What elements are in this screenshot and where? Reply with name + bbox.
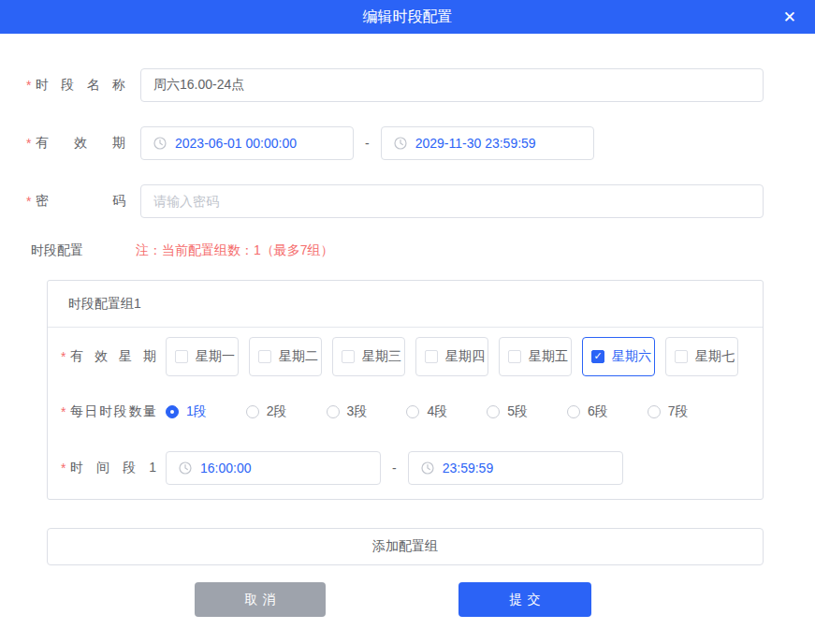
daily-count-radio-3[interactable]: 3段 (327, 403, 368, 420)
name-row: * 时段名称 (26, 68, 764, 102)
validity-label: 有效期 (36, 135, 125, 152)
weekday-option-label: 星期七 (695, 348, 735, 365)
required-asterisk: * (26, 78, 36, 93)
checkbox-icon (425, 350, 438, 363)
validity-end-value: 2029-11-30 23:59:59 (415, 136, 536, 151)
validity-end-picker[interactable]: 2029-11-30 23:59:59 (381, 126, 594, 160)
checkbox-icon (175, 350, 188, 363)
password-input-wrap (140, 184, 764, 218)
radio-icon (406, 405, 419, 418)
radio-option-label: 2段 (267, 403, 287, 420)
period-config-row: 时段配置 注：当前配置组数：1（最多7组） (26, 242, 764, 259)
config-group-title: 时段配置组1 (68, 296, 141, 313)
weekday-option-label: 星期一 (196, 348, 235, 365)
period-config-label: 时段配置 (31, 242, 121, 259)
time-range-row: * 时间段1 16:00:00 - 23:59:59 (61, 451, 750, 485)
weekday-checkbox-monday[interactable]: 星期一 (166, 337, 239, 376)
daily-count-radio-6[interactable]: 6段 (567, 403, 608, 420)
weekday-option-label: 星期三 (362, 348, 401, 365)
weekday-option-label: 星期四 (445, 348, 485, 365)
name-label: 时段名称 (36, 77, 125, 94)
radio-option-label: 5段 (507, 403, 528, 420)
required-asterisk: * (61, 349, 70, 364)
radio-icon (166, 405, 179, 418)
weekday-option-label: 星期二 (279, 348, 318, 365)
clock-icon (421, 461, 434, 475)
range-separator: - (365, 136, 370, 151)
daily-count-radio-2[interactable]: 2段 (246, 403, 287, 420)
daily-count-label: 每日时段数量 (70, 403, 156, 420)
radio-icon (648, 405, 661, 418)
weekday-row: * 有效星期 星期一 星期二 星期三 星期四 (61, 337, 750, 376)
time-start-picker[interactable]: 16:00:00 (166, 451, 381, 485)
weekday-option-label: 星期六 (612, 348, 651, 365)
weekday-checkbox-friday[interactable]: 星期五 (499, 337, 572, 376)
daily-count-radio-1[interactable]: 1段 (166, 403, 207, 420)
dialog-title: 编辑时段配置 (363, 7, 453, 27)
config-group-body: * 有效星期 星期一 星期二 星期三 星期四 (48, 328, 763, 499)
password-label: 密码 (36, 193, 125, 210)
radio-icon (246, 405, 259, 418)
add-config-group-button[interactable]: 添加配置组 (47, 528, 764, 565)
cancel-button[interactable]: 取消 (195, 582, 326, 617)
checkbox-icon (508, 350, 521, 363)
time-end-picker[interactable]: 23:59:59 (408, 451, 623, 485)
clock-icon (394, 137, 407, 150)
radio-option-label: 7段 (668, 403, 689, 420)
daily-count-radio-5[interactable]: 5段 (487, 403, 528, 420)
time-end-value: 23:59:59 (443, 461, 494, 476)
dialog-footer: 取消 提交 (26, 582, 764, 617)
weekday-checkbox-sunday[interactable]: 星期七 (665, 337, 738, 376)
name-input-wrap (140, 68, 764, 102)
required-asterisk: * (26, 194, 36, 209)
submit-button[interactable]: 提交 (458, 582, 591, 617)
required-asterisk: * (26, 136, 36, 151)
config-group-1: 时段配置组1 * 有效星期 星期一 星期二 星期三 (47, 280, 764, 500)
weekday-checkbox-saturday[interactable]: 星期六 (582, 337, 655, 376)
checkbox-icon (342, 350, 355, 363)
range-separator: - (392, 461, 397, 476)
required-asterisk: * (61, 461, 70, 476)
daily-count-radio-7[interactable]: 7段 (648, 403, 689, 420)
time-range-label: 时间段1 (70, 460, 156, 476)
close-icon[interactable]: ✕ (783, 9, 796, 25)
radio-option-label: 4段 (427, 403, 447, 420)
dialog-body: * 时段名称 * 有效期 2023-06-01 00:00:00 - 2029-… (0, 34, 815, 617)
radio-icon (487, 405, 500, 418)
validity-start-picker[interactable]: 2023-06-01 00:00:00 (140, 126, 354, 160)
daily-count-radio-4[interactable]: 4段 (406, 403, 447, 420)
config-group-header: 时段配置组1 (48, 281, 763, 328)
clock-icon (179, 461, 192, 475)
weekday-checkbox-thursday[interactable]: 星期四 (415, 337, 488, 376)
weekday-checkbox-wednesday[interactable]: 星期三 (332, 337, 405, 376)
radio-option-label: 3段 (347, 403, 368, 420)
radio-icon (327, 405, 340, 418)
daily-count-row: * 每日时段数量 1段 2段 3段 4段 (61, 403, 750, 420)
dialog-header: 编辑时段配置 ✕ (0, 0, 815, 34)
validity-row: * 有效期 2023-06-01 00:00:00 - 2029-11-30 2… (26, 126, 764, 160)
weekday-option-label: 星期五 (529, 348, 568, 365)
checkbox-icon (258, 350, 271, 363)
password-row: * 密码 (26, 184, 764, 218)
radio-icon (567, 405, 580, 418)
clock-icon (153, 137, 167, 150)
validity-start-value: 2023-06-01 00:00:00 (175, 136, 297, 151)
time-start-value: 16:00:00 (200, 461, 252, 476)
checkbox-icon (591, 350, 604, 363)
radio-option-label: 1段 (186, 403, 207, 420)
required-asterisk: * (61, 404, 70, 419)
radio-option-label: 6段 (588, 403, 608, 420)
checkbox-icon (675, 350, 688, 363)
weekday-label: 有效星期 (70, 348, 156, 365)
password-input[interactable] (153, 194, 750, 209)
weekday-checkbox-tuesday[interactable]: 星期二 (249, 337, 322, 376)
add-config-group-label: 添加配置组 (372, 538, 438, 555)
group-count-note: 注：当前配置组数：1（最多7组） (136, 242, 334, 259)
name-input[interactable] (153, 78, 750, 93)
